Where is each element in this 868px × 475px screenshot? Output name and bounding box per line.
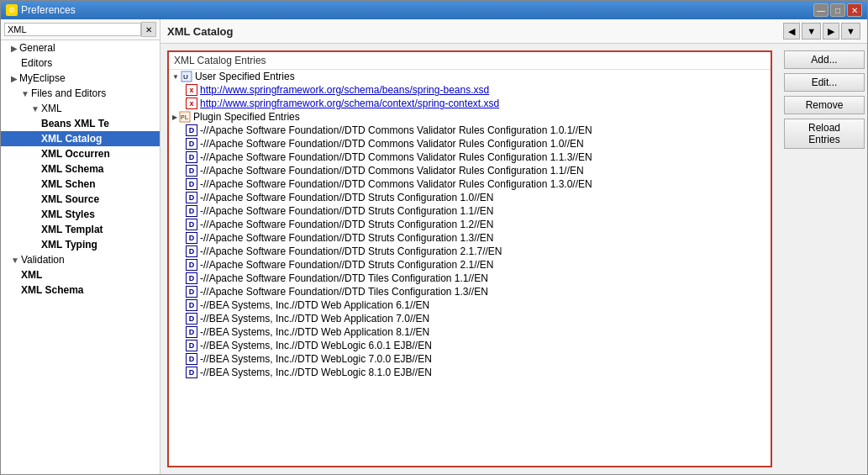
sidebar-item-xml-catalog[interactable]: XML Catalog [1,131,160,146]
sidebar-item-beans-xml-te[interactable]: Beans XML Te [1,116,160,131]
sidebar-item-xml-templat[interactable]: XML Templat [1,222,160,237]
expand-icon: ▼ [11,256,19,265]
panel-body: XML Catalog Entries ▼ U [160,44,867,474]
user-specified-label: User Specified Entries [195,71,295,82]
forward-icon: ▶ [828,26,834,37]
sidebar-item-xml-source[interactable]: XML Source [1,192,160,207]
sidebar-item-label: XML Schema [41,163,103,175]
plugin-entry-text: -//Apache Software Foundation//DTD Strut… [200,192,494,203]
panel-title: XML Catalog [167,25,234,38]
plugin-entry-17[interactable]: D -//BEA Systems, Inc.//DTD WebLogic 7.0… [169,352,771,366]
user-entry-1[interactable]: x http://www.springframework.org/schema/… [169,83,771,97]
plugin-entry-8[interactable]: D -//Apache Software Foundation//DTD Str… [169,231,771,245]
dtd-icon: D [186,165,197,177]
sidebar-item-xml-styles[interactable]: XML Styles [1,207,160,222]
plugin-entry-15[interactable]: D -//BEA Systems, Inc.//DTD Web Applicat… [169,325,771,339]
plugin-entry-18[interactable]: D -//BEA Systems, Inc.//DTD WebLogic 8.1… [169,366,771,379]
edit-button[interactable]: Edit... [784,73,865,92]
sidebar-item-editors[interactable]: Editors [1,55,160,71]
reload-entries-button[interactable]: Reload Entries [784,119,865,149]
plugin-entry-text: -//Apache Software Foundation//DTD Strut… [200,232,494,244]
sidebar-item-xml-typing[interactable]: XML Typing [1,237,160,252]
catalog-tree[interactable]: ▼ U User Specified Entries [169,70,771,466]
main-content: ✕ ▶ General Editors ▶ MyEclipse ▼ Files … [1,19,867,474]
expand-icon: ▶ [11,74,18,83]
sidebar-item-files-editors[interactable]: ▼ Files and Editors [1,86,160,101]
forward-dropdown-button[interactable]: ▼ [841,23,860,40]
dtd-icon: D [186,124,197,136]
sidebar-item-label: XML [21,269,42,281]
back-dropdown-button[interactable]: ▼ [802,23,821,40]
plugin-entry-0[interactable]: D -//Apache Software Foundation//DTD Com… [169,124,771,137]
sidebar-item-xml-occurren[interactable]: XML Occurren [1,146,160,161]
maximize-button[interactable]: □ [830,3,845,17]
window-title: Preferences [21,4,76,16]
dtd-icon: D [186,178,197,190]
add-button[interactable]: Add... [784,50,865,69]
expand-icon: ▼ [31,104,39,113]
dtd-icon: D [186,272,197,284]
plugin-entry-10[interactable]: D -//Apache Software Foundation//DTD Str… [169,258,771,272]
catalog-entries-label: XML Catalog Entries [169,52,771,70]
plugin-entry-4[interactable]: D -//Apache Software Foundation//DTD Com… [169,177,771,191]
plugin-entry-text: -//Apache Software Foundation//DTD Tiles… [200,286,488,298]
sidebar-item-myeclipse[interactable]: ▶ MyEclipse [1,71,160,86]
sidebar-item-validation[interactable]: ▼ Validation [1,252,160,267]
plugin-entry-text: -//Apache Software Foundation//DTD Strut… [200,205,494,217]
sidebar-item-label: MyEclipse [19,72,66,84]
plugin-entry-5[interactable]: D -//Apache Software Foundation//DTD Str… [169,191,771,204]
remove-button[interactable]: Remove [784,96,865,114]
search-input[interactable] [4,23,141,36]
user-entry-2[interactable]: x http://www.springframework.org/schema/… [169,97,771,110]
plugin-entry-text: -//Apache Software Foundation//DTD Tiles… [200,272,488,284]
sidebar-item-label: Beans XML Te [41,118,109,129]
plugin-entry-text: -//Apache Software Foundation//DTD Commo… [200,138,584,150]
sidebar-item-label: XML Typing [41,239,97,251]
plugin-entry-text: -//Apache Software Foundation//DTD Commo… [200,151,592,163]
clear-search-button[interactable]: ✕ [141,22,156,37]
sidebar-item-val-xml-schema[interactable]: XML Schema [1,282,160,298]
plugin-entry-text: -//Apache Software Foundation//DTD Strut… [200,245,502,257]
expand-icon: ▶ [11,44,18,53]
user-specified-entries-header[interactable]: ▼ U User Specified Entries [169,70,771,83]
plugin-specified-entries-header[interactable]: ▶ PL Plugin Specified Entries [169,110,771,124]
sidebar-item-label: XML Templat [41,224,103,235]
sidebar-item-xml[interactable]: ▼ XML [1,101,160,116]
plugin-entry-text: -//BEA Systems, Inc.//DTD WebLogic 6.0.1… [200,340,432,351]
dtd-icon: D [186,286,197,298]
plugin-entry-2[interactable]: D -//Apache Software Foundation//DTD Com… [169,150,771,164]
dtd-icon: D [186,245,197,257]
plugin-entry-12[interactable]: D -//Apache Software Foundation//DTD Til… [169,285,771,298]
plugin-entry-11[interactable]: D -//Apache Software Foundation//DTD Til… [169,272,771,285]
dtd-icon: D [186,232,197,244]
plugin-entry-3[interactable]: D -//Apache Software Foundation//DTD Com… [169,164,771,177]
sidebar-item-xml-schen[interactable]: XML Schen [1,177,160,192]
plugin-entry-13[interactable]: D -//BEA Systems, Inc.//DTD Web Applicat… [169,298,771,312]
sidebar-item-label: Editors [21,57,52,69]
dtd-icon: D [186,340,197,351]
sidebar-item-xml-schema[interactable]: XML Schema [1,161,160,177]
minimize-button[interactable]: — [813,3,829,17]
close-button[interactable]: ✕ [847,3,862,17]
plugin-entry-7[interactable]: D -//Apache Software Foundation//DTD Str… [169,218,771,231]
panel-header: XML Catalog ◀ ▼ ▶ ▼ [160,19,867,44]
plugin-entry-text: -//BEA Systems, Inc.//DTD Web Applicatio… [200,313,429,325]
back-icon: ◀ [788,26,795,37]
sidebar-item-general[interactable]: ▶ General [1,40,160,55]
nav-buttons: ◀ ▼ ▶ ▼ [783,23,860,40]
forward-button[interactable]: ▶ [823,23,839,40]
plugin-entry-text: -//BEA Systems, Inc.//DTD Web Applicatio… [200,299,429,311]
plugin-entry-14[interactable]: D -//BEA Systems, Inc.//DTD Web Applicat… [169,312,771,325]
plugin-entries-icon: PL [179,111,191,123]
back-dropdown-icon: ▼ [807,26,816,36]
plugin-entry-text: -//BEA Systems, Inc.//DTD Web Applicatio… [200,326,429,338]
plugin-entry-9[interactable]: D -//Apache Software Foundation//DTD Str… [169,245,771,258]
plugin-entry-16[interactable]: D -//BEA Systems, Inc.//DTD WebLogic 6.0… [169,339,771,352]
plugin-entry-1[interactable]: D -//Apache Software Foundation//DTD Com… [169,137,771,150]
dtd-icon: D [186,326,197,338]
plugin-entry-6[interactable]: D -//Apache Software Foundation//DTD Str… [169,204,771,218]
sidebar-item-label: XML Occurren [41,148,110,160]
catalog-entries-box: XML Catalog Entries ▼ U [167,50,772,467]
back-button[interactable]: ◀ [783,23,800,40]
sidebar-item-val-xml[interactable]: XML [1,267,160,282]
